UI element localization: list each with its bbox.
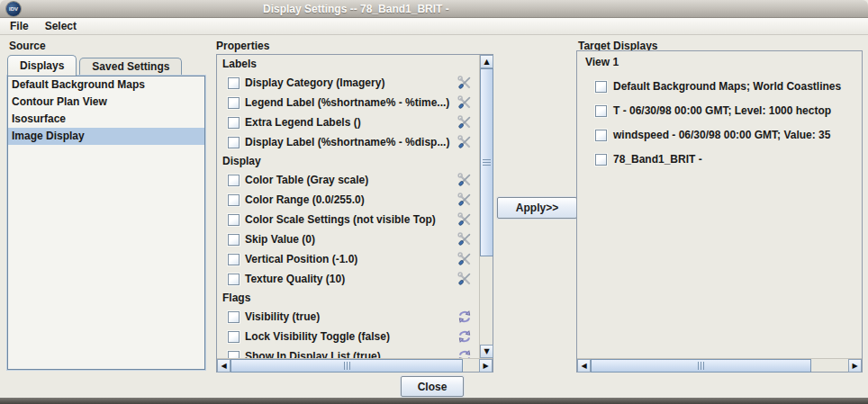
apply-button[interactable]: Apply>> bbox=[497, 197, 577, 219]
tools-icon[interactable] bbox=[457, 95, 472, 110]
checkbox[interactable] bbox=[228, 331, 240, 343]
checkbox[interactable] bbox=[595, 130, 607, 141]
checkbox[interactable] bbox=[228, 117, 240, 129]
right-arrow-icon: ▶ bbox=[483, 363, 488, 370]
properties-horizontal-scrollbar[interactable]: ◀ ▶ bbox=[217, 358, 493, 372]
menubar: File Select bbox=[0, 18, 868, 35]
vertical-scroll-thumb[interactable] bbox=[480, 68, 493, 256]
properties-vertical-scrollbar[interactable]: ▲ ▼ bbox=[479, 55, 493, 358]
window-title: Display Settings -- 78_Band1_BRIT - bbox=[263, 3, 449, 15]
tools-icon[interactable] bbox=[457, 272, 472, 286]
titlebar: IDV Display Settings -- 78_Band1_BRIT - bbox=[0, 0, 868, 18]
source-label: Source bbox=[9, 40, 46, 52]
source-display-list: Default Background Maps Contour Plan Vie… bbox=[7, 76, 205, 370]
up-arrow-icon: ▲ bbox=[484, 58, 489, 66]
checkbox[interactable] bbox=[228, 175, 240, 186]
property-row-extra-legend-labels: Extra Legend Labels () bbox=[217, 112, 479, 132]
property-label: Show In Display List (true) bbox=[245, 350, 381, 358]
checkbox[interactable] bbox=[228, 234, 240, 246]
checkbox[interactable] bbox=[228, 254, 240, 265]
property-label: Lock Visibility Toggle (false) bbox=[245, 330, 390, 343]
horizontal-scroll-thumb[interactable] bbox=[231, 359, 463, 373]
checkbox[interactable] bbox=[228, 311, 240, 323]
list-item-default-background-maps[interactable]: Default Background Maps bbox=[8, 76, 204, 94]
checkbox[interactable] bbox=[228, 214, 240, 226]
tab-saved-settings[interactable]: Saved Settings bbox=[79, 58, 182, 76]
property-group-flags: Flags bbox=[217, 289, 479, 307]
target-row-default-background-maps: Default Background Maps; World Coastline… bbox=[577, 75, 862, 98]
property-row-color-table: Color Table (Gray scale) bbox=[217, 170, 479, 190]
property-label: Legend Label (%shortname% - %time...) bbox=[245, 96, 449, 109]
target-horizontal-scrollbar[interactable]: ◀ ▶ bbox=[577, 358, 862, 372]
right-arrow-icon: ▶ bbox=[852, 363, 857, 370]
thumb-grip bbox=[347, 362, 348, 370]
tools-icon[interactable] bbox=[457, 232, 472, 247]
checkbox[interactable] bbox=[228, 137, 240, 148]
property-row-legend-label: Legend Label (%shortname% - %time...) bbox=[217, 93, 479, 112]
property-label: Visibility (true) bbox=[245, 310, 320, 323]
tab-displays[interactable]: Displays bbox=[7, 55, 77, 76]
checkbox[interactable] bbox=[595, 105, 607, 117]
property-row-vertical-position: Vertical Position (-1.0) bbox=[217, 249, 479, 269]
target-row-label: T - 06/30/98 00:00 GMT; Level: 1000 hect… bbox=[613, 104, 831, 117]
thumb-grip bbox=[483, 162, 491, 163]
menu-select[interactable]: Select bbox=[37, 18, 85, 35]
property-label: Display Category (Imagery) bbox=[245, 76, 384, 89]
target-row-windspeed: windspeed - 06/30/98 00:00 GMT; Value: 3… bbox=[577, 123, 862, 147]
property-row-display-category: Display Category (Imagery) bbox=[217, 73, 479, 93]
scroll-down-button[interactable]: ▼ bbox=[480, 345, 493, 358]
property-label: Skip Value (0) bbox=[245, 233, 315, 246]
properties-viewport: Labels Display Category (Imagery) Legend… bbox=[217, 55, 479, 358]
idv-logo-text: IDV bbox=[9, 6, 18, 12]
target-row-temperature: T - 06/30/98 00:00 GMT; Level: 1000 hect… bbox=[577, 99, 862, 122]
checkbox[interactable] bbox=[595, 81, 607, 93]
list-item-contour-plan-view[interactable]: Contour Plan View bbox=[8, 94, 204, 111]
scroll-left-button[interactable]: ◀ bbox=[217, 359, 231, 373]
target-row-label: 78_Band1_BRIT - bbox=[613, 153, 702, 166]
checkbox[interactable] bbox=[228, 351, 240, 359]
list-item-image-display[interactable]: Image Display bbox=[8, 128, 204, 145]
cycle-icon[interactable] bbox=[457, 329, 472, 344]
checkbox[interactable] bbox=[595, 154, 607, 166]
down-arrow-icon: ▼ bbox=[484, 348, 489, 355]
scroll-right-button[interactable]: ▶ bbox=[848, 359, 862, 373]
cycle-icon[interactable] bbox=[457, 349, 472, 358]
property-group-labels: Labels bbox=[217, 55, 479, 73]
list-item-isosurface[interactable]: Isosurface bbox=[8, 111, 204, 128]
close-button[interactable]: Close bbox=[401, 376, 464, 397]
source-tabs: Displays Saved Settings bbox=[7, 55, 182, 76]
property-label: Texture Quality (10) bbox=[245, 273, 345, 285]
property-label: Color Table (Gray scale) bbox=[245, 174, 368, 186]
property-row-color-range: Color Range (0.0/255.0) bbox=[217, 190, 479, 210]
property-row-lock-visibility-toggle: Lock Visibility Toggle (false) bbox=[217, 327, 479, 346]
property-row-visibility: Visibility (true) bbox=[217, 307, 479, 327]
checkbox[interactable] bbox=[228, 274, 240, 285]
checkbox[interactable] bbox=[228, 97, 240, 109]
property-row-display-label: Display Label (%shortname% - %disp...) bbox=[217, 132, 479, 152]
scroll-left-button[interactable]: ◀ bbox=[577, 359, 591, 373]
menu-file[interactable]: File bbox=[2, 18, 37, 35]
scroll-up-button[interactable]: ▲ bbox=[480, 55, 493, 68]
property-group-display: Display bbox=[217, 152, 479, 170]
properties-label: Properties bbox=[216, 40, 269, 52]
properties-rows: Labels Display Category (Imagery) Legend… bbox=[217, 55, 479, 358]
idv-logo-icon: IDV bbox=[6, 2, 21, 16]
tools-icon[interactable] bbox=[457, 212, 472, 227]
tools-icon[interactable] bbox=[457, 252, 472, 266]
property-label: Color Scale Settings (not visible Top) bbox=[245, 213, 436, 226]
tools-icon[interactable] bbox=[457, 193, 472, 207]
target-displays-viewport: View 1 Default Background Maps; World Co… bbox=[577, 51, 862, 358]
target-row-label: Default Background Maps; World Coastline… bbox=[613, 80, 841, 93]
tools-icon[interactable] bbox=[457, 173, 472, 187]
scroll-right-button[interactable]: ▶ bbox=[479, 359, 493, 373]
tools-icon[interactable] bbox=[457, 135, 472, 149]
window-bottom-border bbox=[0, 398, 868, 404]
tools-icon[interactable] bbox=[457, 76, 472, 90]
checkbox[interactable] bbox=[228, 77, 240, 89]
left-arrow-icon: ◀ bbox=[221, 363, 226, 370]
tools-icon[interactable] bbox=[457, 115, 472, 130]
cycle-icon[interactable] bbox=[457, 310, 472, 324]
checkbox[interactable] bbox=[228, 194, 240, 206]
property-label: Extra Legend Labels () bbox=[245, 116, 361, 129]
horizontal-scroll-thumb[interactable] bbox=[591, 359, 811, 373]
